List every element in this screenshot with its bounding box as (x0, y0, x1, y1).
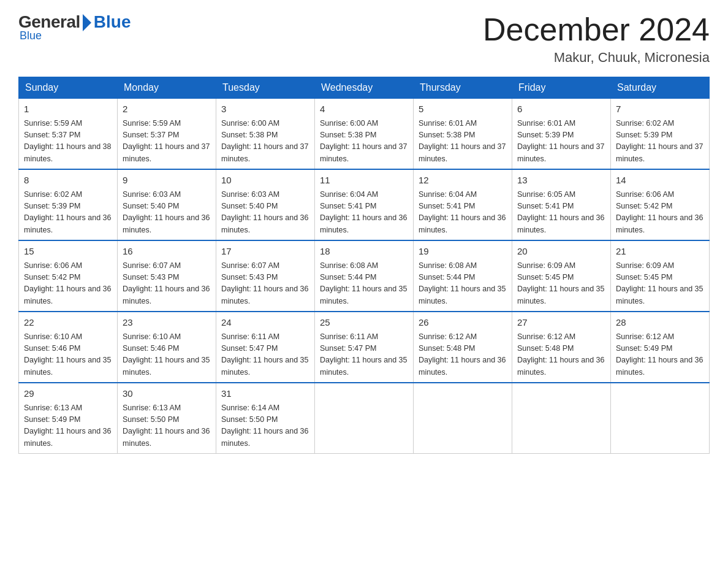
day-number: 24 (221, 316, 309, 330)
day-info: Sunrise: 6:09 AMSunset: 5:45 PMDaylight:… (616, 260, 704, 308)
calendar-day-cell: 28Sunrise: 6:12 AMSunset: 5:49 PMDayligh… (611, 312, 710, 383)
day-info: Sunrise: 6:11 AMSunset: 5:47 PMDaylight:… (221, 331, 309, 379)
day-of-week-header: Friday (512, 77, 611, 99)
day-info: Sunrise: 6:05 AMSunset: 5:41 PMDaylight:… (517, 189, 605, 237)
day-number: 3 (221, 102, 309, 117)
calendar-day-cell (611, 383, 710, 454)
day-number: 16 (123, 245, 211, 259)
calendar-day-cell: 23Sunrise: 6:10 AMSunset: 5:46 PMDayligh… (118, 312, 216, 383)
day-number: 30 (123, 387, 211, 401)
calendar-day-cell: 24Sunrise: 6:11 AMSunset: 5:47 PMDayligh… (216, 312, 315, 383)
day-number: 13 (517, 174, 605, 188)
day-info: Sunrise: 6:04 AMSunset: 5:41 PMDaylight:… (320, 189, 408, 237)
logo-blue-text: Blue (94, 12, 131, 32)
calendar-day-cell: 4Sunrise: 6:00 AMSunset: 5:38 PMDaylight… (315, 99, 414, 170)
day-number: 7 (616, 102, 704, 117)
calendar-day-cell: 14Sunrise: 6:06 AMSunset: 5:42 PMDayligh… (611, 169, 710, 240)
day-of-week-header: Sunday (19, 77, 118, 99)
calendar-week-row: 22Sunrise: 6:10 AMSunset: 5:46 PMDayligh… (19, 312, 710, 383)
logo-triangle-icon (83, 14, 91, 31)
location-title: Makur, Chuuk, Micronesia (483, 50, 710, 66)
calendar-day-cell (512, 383, 611, 454)
calendar-day-cell: 18Sunrise: 6:08 AMSunset: 5:44 PMDayligh… (315, 240, 414, 312)
day-info: Sunrise: 6:11 AMSunset: 5:47 PMDaylight:… (320, 331, 408, 379)
day-of-week-header: Wednesday (315, 77, 414, 99)
calendar-day-cell: 29Sunrise: 6:13 AMSunset: 5:49 PMDayligh… (19, 383, 118, 454)
calendar-week-row: 29Sunrise: 6:13 AMSunset: 5:49 PMDayligh… (19, 383, 710, 454)
day-info: Sunrise: 6:03 AMSunset: 5:40 PMDaylight:… (123, 189, 211, 237)
day-of-week-header: Monday (118, 77, 216, 99)
day-info: Sunrise: 5:59 AMSunset: 5:37 PMDaylight:… (123, 118, 211, 166)
day-info: Sunrise: 6:14 AMSunset: 5:50 PMDaylight:… (221, 402, 309, 450)
calendar-day-cell: 10Sunrise: 6:03 AMSunset: 5:40 PMDayligh… (216, 169, 315, 240)
calendar-day-cell: 31Sunrise: 6:14 AMSunset: 5:50 PMDayligh… (216, 383, 315, 454)
day-info: Sunrise: 5:59 AMSunset: 5:37 PMDaylight:… (24, 118, 112, 166)
calendar-day-cell: 1Sunrise: 5:59 AMSunset: 5:37 PMDaylight… (19, 99, 118, 170)
calendar-day-cell: 16Sunrise: 6:07 AMSunset: 5:43 PMDayligh… (118, 240, 216, 312)
day-number: 15 (24, 245, 112, 259)
day-number: 6 (517, 102, 605, 117)
day-number: 25 (320, 316, 408, 330)
day-info: Sunrise: 6:00 AMSunset: 5:38 PMDaylight:… (221, 118, 309, 166)
day-number: 2 (123, 102, 211, 117)
day-number: 17 (221, 245, 309, 259)
calendar-header-row: SundayMondayTuesdayWednesdayThursdayFrid… (19, 77, 710, 99)
day-info: Sunrise: 6:06 AMSunset: 5:42 PMDaylight:… (616, 189, 704, 237)
day-number: 5 (419, 102, 507, 117)
logo: General Blue Blue (18, 12, 131, 42)
day-info: Sunrise: 6:06 AMSunset: 5:42 PMDaylight:… (24, 260, 112, 308)
day-info: Sunrise: 6:13 AMSunset: 5:49 PMDaylight:… (24, 402, 112, 450)
calendar-day-cell: 9Sunrise: 6:03 AMSunset: 5:40 PMDaylight… (118, 169, 216, 240)
calendar-week-row: 8Sunrise: 6:02 AMSunset: 5:39 PMDaylight… (19, 169, 710, 240)
calendar-day-cell: 7Sunrise: 6:02 AMSunset: 5:39 PMDaylight… (611, 99, 710, 170)
day-info: Sunrise: 6:13 AMSunset: 5:50 PMDaylight:… (123, 402, 211, 450)
day-of-week-header: Tuesday (216, 77, 315, 99)
calendar-day-cell: 11Sunrise: 6:04 AMSunset: 5:41 PMDayligh… (315, 169, 414, 240)
calendar-day-cell (414, 383, 512, 454)
calendar-day-cell: 26Sunrise: 6:12 AMSunset: 5:48 PMDayligh… (414, 312, 512, 383)
day-of-week-header: Saturday (611, 77, 710, 99)
calendar-day-cell: 3Sunrise: 6:00 AMSunset: 5:38 PMDaylight… (216, 99, 315, 170)
day-number: 11 (320, 174, 408, 188)
day-number: 29 (24, 387, 112, 401)
day-info: Sunrise: 6:10 AMSunset: 5:46 PMDaylight:… (123, 331, 211, 379)
day-info: Sunrise: 6:12 AMSunset: 5:48 PMDaylight:… (517, 331, 605, 379)
day-number: 21 (616, 245, 704, 259)
title-block: December 2024 Makur, Chuuk, Micronesia (483, 12, 710, 66)
day-info: Sunrise: 6:08 AMSunset: 5:44 PMDaylight:… (419, 260, 507, 308)
calendar-table: SundayMondayTuesdayWednesdayThursdayFrid… (18, 77, 710, 454)
day-info: Sunrise: 6:12 AMSunset: 5:48 PMDaylight:… (419, 331, 507, 379)
day-number: 22 (24, 316, 112, 330)
calendar-day-cell: 25Sunrise: 6:11 AMSunset: 5:47 PMDayligh… (315, 312, 414, 383)
day-number: 12 (419, 174, 507, 188)
day-info: Sunrise: 6:04 AMSunset: 5:41 PMDaylight:… (419, 189, 507, 237)
calendar-day-cell: 17Sunrise: 6:07 AMSunset: 5:43 PMDayligh… (216, 240, 315, 312)
calendar-day-cell: 22Sunrise: 6:10 AMSunset: 5:46 PMDayligh… (19, 312, 118, 383)
page-header: General Blue Blue December 2024 Makur, C… (18, 12, 710, 66)
day-of-week-header: Thursday (414, 77, 512, 99)
calendar-day-cell (315, 383, 414, 454)
day-number: 26 (419, 316, 507, 330)
day-number: 8 (24, 174, 112, 188)
day-info: Sunrise: 6:01 AMSunset: 5:38 PMDaylight:… (419, 118, 507, 166)
day-number: 4 (320, 102, 408, 117)
calendar-day-cell: 20Sunrise: 6:09 AMSunset: 5:45 PMDayligh… (512, 240, 611, 312)
calendar-day-cell: 15Sunrise: 6:06 AMSunset: 5:42 PMDayligh… (19, 240, 118, 312)
calendar-day-cell: 5Sunrise: 6:01 AMSunset: 5:38 PMDaylight… (414, 99, 512, 170)
day-info: Sunrise: 6:03 AMSunset: 5:40 PMDaylight:… (221, 189, 309, 237)
day-number: 18 (320, 245, 408, 259)
day-number: 1 (24, 102, 112, 117)
day-number: 19 (419, 245, 507, 259)
day-number: 9 (123, 174, 211, 188)
calendar-day-cell: 19Sunrise: 6:08 AMSunset: 5:44 PMDayligh… (414, 240, 512, 312)
day-info: Sunrise: 6:02 AMSunset: 5:39 PMDaylight:… (24, 189, 112, 237)
day-info: Sunrise: 6:09 AMSunset: 5:45 PMDaylight:… (517, 260, 605, 308)
calendar-week-row: 15Sunrise: 6:06 AMSunset: 5:42 PMDayligh… (19, 240, 710, 312)
day-info: Sunrise: 6:00 AMSunset: 5:38 PMDaylight:… (320, 118, 408, 166)
calendar-day-cell: 27Sunrise: 6:12 AMSunset: 5:48 PMDayligh… (512, 312, 611, 383)
day-number: 28 (616, 316, 704, 330)
day-info: Sunrise: 6:10 AMSunset: 5:46 PMDaylight:… (24, 331, 112, 379)
calendar-day-cell: 30Sunrise: 6:13 AMSunset: 5:50 PMDayligh… (118, 383, 216, 454)
day-number: 27 (517, 316, 605, 330)
day-info: Sunrise: 6:07 AMSunset: 5:43 PMDaylight:… (221, 260, 309, 308)
